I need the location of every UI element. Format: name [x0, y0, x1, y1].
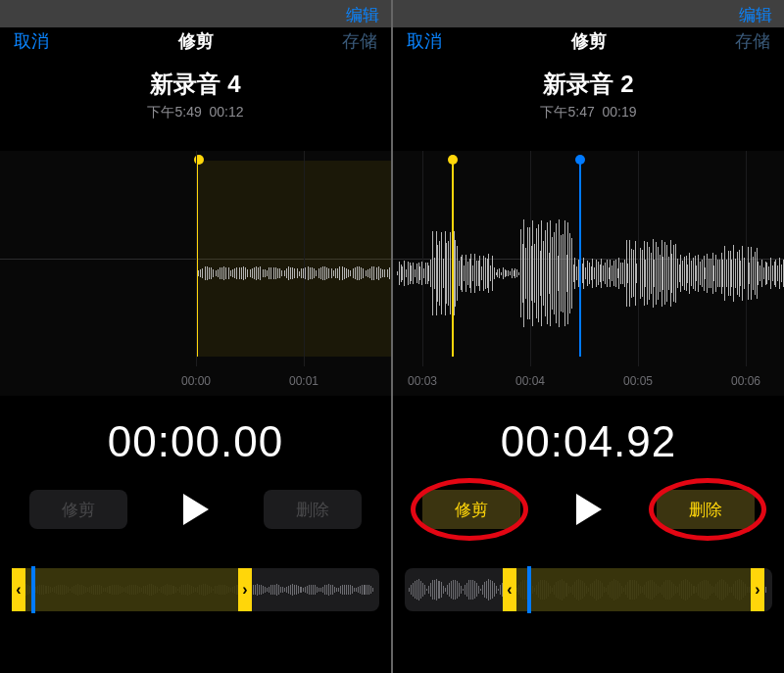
time-tick: 00:01: [289, 374, 318, 388]
waveform[interactable]: 00:03 00:04 00:05 00:06: [393, 151, 784, 396]
dim-overlay: [393, 0, 784, 27]
controls-row: 修剪 删除: [0, 490, 391, 529]
trim-button[interactable]: 修剪: [29, 490, 127, 529]
screen-right: 编辑 取消 修剪 存储 新录音 2 下午5:47 00:19 00:03 00:…: [393, 0, 784, 673]
recording-info: 新录音 4 下午5:49 00:12: [0, 69, 391, 121]
recording-meta: 下午5:47 00:19: [393, 104, 784, 121]
trim-handle-left[interactable]: [452, 161, 454, 357]
trim-button[interactable]: 修剪: [422, 490, 520, 529]
gridline: [746, 151, 747, 366]
mini-selection: [503, 568, 764, 611]
gridline: [196, 151, 197, 366]
controls-row: 修剪 删除: [393, 490, 784, 529]
dim-overlay: [0, 0, 391, 27]
play-icon[interactable]: [576, 494, 602, 525]
cancel-button[interactable]: 取消: [407, 29, 442, 53]
recording-meta: 下午5:49 00:12: [0, 104, 391, 121]
mini-playhead[interactable]: [527, 566, 531, 613]
mini-playhead[interactable]: [31, 566, 35, 613]
edit-label: 编辑: [739, 4, 772, 26]
playhead[interactable]: [579, 161, 581, 357]
mini-track[interactable]: ‹ ›: [12, 568, 379, 611]
save-button[interactable]: 存储: [735, 29, 770, 53]
time-tick: 00:04: [515, 374, 545, 388]
recording-title: 新录音 4: [0, 69, 391, 100]
mini-handle-right[interactable]: ›: [238, 568, 252, 611]
time-tick: 00:05: [623, 374, 653, 388]
waveform[interactable]: 00:00 00:01: [0, 151, 391, 396]
mini-handle-right[interactable]: ›: [751, 568, 764, 611]
gridline: [638, 151, 639, 366]
cancel-button[interactable]: 取消: [14, 29, 49, 53]
save-button[interactable]: 存储: [342, 29, 377, 53]
gridline: [530, 151, 531, 366]
current-time: 00:04.92: [393, 417, 784, 466]
mini-handle-left[interactable]: ‹: [503, 568, 516, 611]
trim-handle-dot-icon: [448, 155, 458, 165]
recording-title: 新录音 2: [393, 69, 784, 100]
page-title: 修剪: [178, 29, 214, 53]
time-tick: 00:03: [408, 374, 437, 388]
playhead-dot-icon: [575, 155, 585, 165]
mini-handle-left[interactable]: ‹: [12, 568, 25, 611]
recording-info: 新录音 2 下午5:47 00:19: [393, 69, 784, 121]
recording-duration: 00:19: [602, 104, 636, 120]
time-tick: 00:00: [181, 374, 211, 388]
recording-time: 下午5:49: [147, 104, 201, 120]
page-title: 修剪: [571, 29, 607, 53]
screen-left: 编辑 取消 修剪 存储 新录音 4 下午5:49 00:12 00:00 00:…: [0, 0, 391, 673]
delete-button[interactable]: 删除: [657, 490, 755, 529]
recording-time: 下午5:47: [540, 104, 594, 120]
delete-button[interactable]: 删除: [264, 490, 362, 529]
time-tick: 00:06: [731, 374, 760, 388]
gridline: [422, 151, 423, 366]
mini-track[interactable]: ‹ ›: [405, 568, 772, 611]
current-time: 00:00.00: [0, 417, 391, 466]
mini-selection: [12, 568, 252, 611]
gridline: [304, 151, 305, 366]
recording-duration: 00:12: [209, 104, 243, 120]
play-icon[interactable]: [183, 494, 209, 525]
edit-label: 编辑: [346, 4, 379, 26]
